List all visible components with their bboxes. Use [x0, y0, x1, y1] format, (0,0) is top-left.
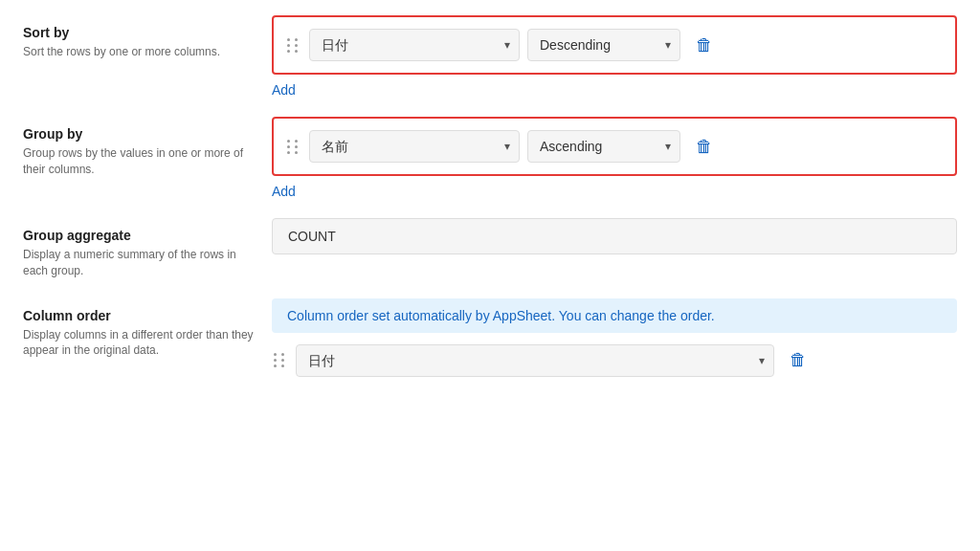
- group-by-description: Group rows by the values in one or more …: [23, 145, 256, 178]
- group-by-delete-icon[interactable]: 🗑: [692, 133, 717, 161]
- group-aggregate-description: Display a numeric summary of the rows in…: [23, 247, 256, 279]
- drag-dot: [281, 359, 284, 362]
- drag-dot: [295, 38, 298, 41]
- sort-by-order-wrapper: Ascending Descending ▾: [527, 29, 680, 61]
- column-order-info-banner: Column order set automatically by AppShe…: [272, 298, 957, 333]
- drag-dot: [287, 145, 290, 148]
- drag-dot: [281, 364, 284, 367]
- column-order-section: Column order Display columns in a differ…: [23, 298, 957, 377]
- sort-by-add-wrapper: Add: [272, 75, 957, 98]
- sort-by-title: Sort by: [23, 25, 256, 40]
- group-aggregate-title: Group aggregate: [23, 228, 256, 243]
- sort-by-description: Sort the rows by one or more columns.: [23, 44, 256, 60]
- group-by-label: Group by Group rows by the values in one…: [23, 117, 272, 178]
- column-order-title: Column order: [23, 308, 256, 323]
- group-by-order-wrapper: Ascending Descending ▾: [527, 130, 680, 163]
- group-by-add-wrapper: Add: [272, 176, 957, 199]
- drag-dot: [287, 38, 290, 41]
- group-aggregate-value: COUNT: [272, 218, 957, 254]
- group-by-box: 日付 名前 ▾ Ascending Descending ▾ 🗑: [272, 117, 957, 176]
- drag-dots: [287, 38, 300, 53]
- column-order-label: Column order Display columns in a differ…: [23, 298, 272, 360]
- group-by-drag-handle[interactable]: [285, 138, 301, 156]
- group-by-title: Group by: [23, 126, 256, 142]
- column-order-select-wrapper: 日付 名前 ▾: [296, 344, 774, 377]
- sort-by-section: Sort by Sort the rows by one or more col…: [23, 15, 957, 98]
- column-order-row: 日付 名前 ▾ 🗑: [272, 344, 957, 377]
- column-order-drag-handle[interactable]: [272, 351, 288, 369]
- drag-dot: [287, 50, 290, 53]
- group-by-column-wrapper: 日付 名前 ▾: [309, 130, 520, 163]
- drag-dots: [274, 353, 286, 367]
- column-order-select[interactable]: 日付 名前: [296, 344, 774, 377]
- group-aggregate-label: Group aggregate Display a numeric summar…: [23, 218, 272, 279]
- drag-dot: [295, 50, 298, 53]
- drag-dot: [281, 353, 284, 356]
- group-by-add-link[interactable]: Add: [272, 176, 296, 199]
- drag-dot: [274, 353, 277, 356]
- group-aggregate-content: COUNT: [272, 218, 957, 254]
- sort-by-add-link[interactable]: Add: [272, 75, 296, 98]
- sort-by-column-wrapper: 日付 名前 ▾: [309, 29, 520, 61]
- drag-dot: [295, 44, 298, 47]
- drag-dot: [295, 151, 298, 154]
- group-by-order-select[interactable]: Ascending Descending: [527, 130, 680, 163]
- drag-dot: [295, 140, 298, 143]
- drag-dot: [295, 145, 298, 148]
- drag-dot: [274, 364, 277, 367]
- sort-by-drag-handle[interactable]: [285, 36, 301, 55]
- drag-dot: [287, 151, 290, 154]
- group-by-content: 日付 名前 ▾ Ascending Descending ▾ 🗑 Add: [272, 117, 957, 199]
- sort-by-delete-icon[interactable]: 🗑: [692, 32, 717, 59]
- sort-by-label: Sort by Sort the rows by one or more col…: [23, 15, 272, 60]
- column-order-description: Display columns in a different order tha…: [23, 327, 256, 360]
- group-by-section: Group by Group rows by the values in one…: [23, 117, 957, 199]
- sort-by-order-select[interactable]: Ascending Descending: [527, 29, 680, 61]
- group-aggregate-section: Group aggregate Display a numeric summar…: [23, 218, 957, 279]
- drag-dots: [287, 140, 300, 154]
- group-by-column-select[interactable]: 日付 名前: [309, 130, 520, 163]
- sort-by-column-select[interactable]: 日付 名前: [309, 29, 520, 61]
- sort-by-box: 日付 名前 ▾ Ascending Descending ▾ 🗑: [272, 15, 957, 75]
- drag-dot: [287, 44, 290, 47]
- drag-dot: [287, 140, 290, 143]
- column-order-delete-icon[interactable]: 🗑: [786, 346, 811, 374]
- drag-dot: [274, 359, 277, 362]
- sort-by-content: 日付 名前 ▾ Ascending Descending ▾ 🗑 Add: [272, 15, 957, 98]
- column-order-content: Column order set automatically by AppShe…: [272, 298, 957, 377]
